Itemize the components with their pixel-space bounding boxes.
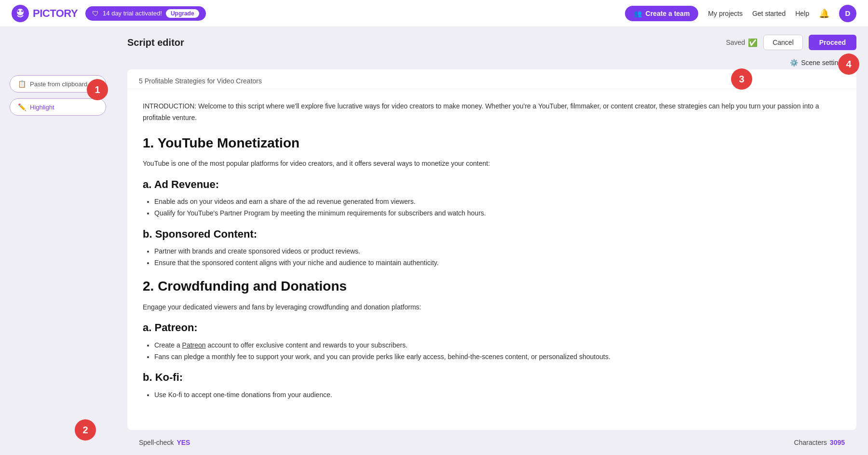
section1a-bullets: Enable ads on your videos and earn a sha…: [154, 196, 841, 219]
sidebar: 1 📋 Paste from clipboard ✏️ Highlight 2: [0, 27, 116, 455]
main-area: 1 📋 Paste from clipboard ✏️ Highlight 2 …: [0, 27, 868, 455]
saved-checkmark-icon: ✅: [748, 38, 758, 47]
list-item: Enable ads on your videos and earn a sha…: [154, 196, 841, 208]
characters-value: 3095: [830, 439, 845, 446]
editor-header: Script editor Saved ✅ Cancel Proceed: [127, 35, 856, 50]
intro-paragraph: INTRODUCTION: Welcome to this script whe…: [143, 101, 841, 124]
annotation-badge-1: 1: [87, 79, 108, 100]
section1b-heading: b. Sponsored Content:: [143, 225, 841, 243]
section2-body: Engage your dedicated viewers and fans b…: [143, 302, 841, 313]
list-item: Create a Patreon account to offer exclus…: [154, 340, 841, 351]
scene-settings-bar: 3 ⚙️ Scene settings ▾: [127, 56, 856, 69]
list-item: Use Ko-fi to accept one-time donations f…: [154, 389, 841, 401]
svg-point-2: [17, 10, 19, 12]
highlight-icon: ✏️: [18, 103, 26, 111]
avatar[interactable]: D: [839, 5, 856, 22]
annotation-badge-2: 2: [75, 419, 96, 441]
section1-heading: 1. YouTube Monetization: [143, 132, 841, 155]
list-item: Fans can pledge a monthly fee to support…: [154, 351, 841, 363]
cancel-button[interactable]: Cancel: [763, 35, 803, 50]
section2a-heading: a. Patreon:: [143, 319, 841, 336]
upgrade-button[interactable]: Upgrade: [166, 9, 199, 18]
section1-body: YouTube is one of the most popular platf…: [143, 158, 841, 170]
highlight-label: Highlight: [30, 104, 54, 111]
proceed-button[interactable]: Proceed: [809, 35, 856, 50]
nav-left: PICTORY 🛡 14 day trial activated! Upgrad…: [12, 5, 206, 22]
svg-point-3: [21, 10, 23, 12]
trial-badge: 🛡 14 day trial activated! Upgrade: [85, 6, 206, 21]
nav-right: 👥 Create a team My projects Get started …: [625, 5, 856, 22]
create-team-button[interactable]: 👥 Create a team: [625, 6, 699, 21]
clipboard-icon: 📋: [18, 80, 26, 88]
editor-actions: Saved ✅ Cancel Proceed: [726, 35, 856, 50]
characters-text: Characters: [794, 439, 827, 446]
highlight-button[interactable]: ✏️ Highlight: [10, 98, 106, 116]
trial-text: 14 day trial activated!: [103, 10, 162, 17]
annotation-badge-4: 4: [838, 54, 859, 75]
list-item: Partner with brands and create sponsored…: [154, 246, 841, 257]
editor-card: 5 Profitable Strategies for Video Creato…: [127, 69, 856, 430]
saved-status: Saved ✅: [726, 38, 758, 47]
gear-icon: ⚙️: [790, 59, 798, 67]
top-navigation: PICTORY 🛡 14 day trial activated! Upgrad…: [0, 0, 868, 27]
spellcheck-value: YES: [176, 439, 190, 446]
notification-bell-icon[interactable]: 🔔: [819, 8, 829, 19]
logo[interactable]: PICTORY: [12, 5, 78, 22]
section1b-bullets: Partner with brands and create sponsored…: [154, 246, 841, 269]
spellcheck-status: Spell-check YES: [139, 439, 190, 446]
annotation-badge-3: 3: [731, 68, 752, 90]
section2-heading: 2. Crowdfunding and Donations: [143, 275, 841, 298]
my-projects-link[interactable]: My projects: [708, 10, 743, 17]
section2b-bullets: Use Ko-fi to accept one-time donations f…: [154, 389, 841, 401]
spellcheck-text: Spell-check: [139, 439, 174, 446]
help-link[interactable]: Help: [795, 10, 809, 17]
section1a-heading: a. Ad Revenue:: [143, 175, 841, 193]
svg-point-1: [17, 9, 24, 15]
logo-text: PICTORY: [33, 7, 78, 20]
list-item: Ensure that the sponsored content aligns…: [154, 257, 841, 269]
content-area: Script editor Saved ✅ Cancel Proceed 3 ⚙…: [116, 27, 868, 455]
paste-label: Paste from clipboard: [30, 80, 87, 88]
bottom-bar: Spell-check YES Characters 3095: [127, 430, 856, 455]
create-team-label: Create a team: [646, 10, 690, 17]
saved-text: Saved: [726, 39, 745, 46]
list-item: Qualify for YouTube's Partner Program by…: [154, 208, 841, 219]
editor-body[interactable]: INTRODUCTION: Welcome to this script whe…: [127, 89, 856, 430]
get-started-link[interactable]: Get started: [752, 10, 786, 17]
logo-icon: [12, 5, 29, 22]
section2b-heading: b. Ko-fi:: [143, 368, 841, 386]
create-team-icon: 👥: [634, 10, 642, 17]
editor-title: Script editor: [127, 37, 184, 48]
section2a-bullets: Create a Patreon account to offer exclus…: [154, 340, 841, 363]
characters-count: Characters 3095: [794, 439, 845, 446]
